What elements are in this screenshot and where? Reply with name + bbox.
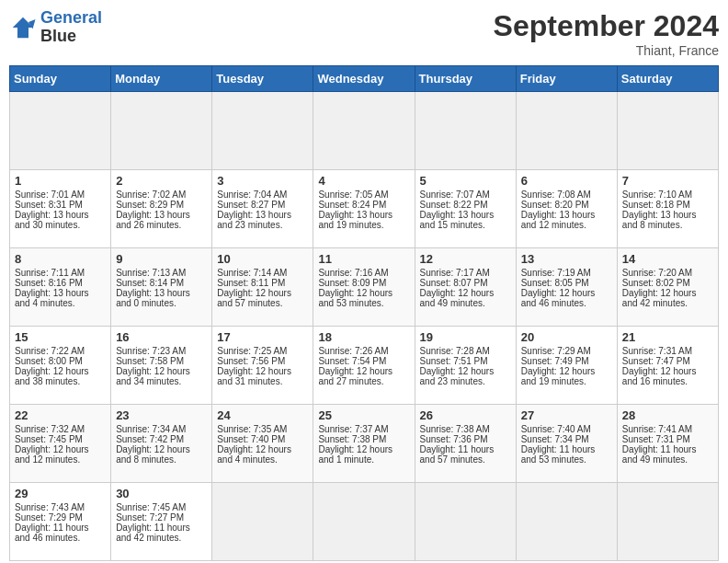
day-number: 28 [622,408,713,422]
calendar-cell: 29Sunrise: 7:43 AMSunset: 7:29 PMDayligh… [10,483,111,561]
day-number: 23 [116,408,207,422]
day-info-line: Sunset: 7:31 PM [622,434,713,444]
day-number: 12 [420,252,511,266]
header-row: SundayMondayTuesdayWednesdayThursdayFrid… [10,66,719,92]
calendar-cell: 25Sunrise: 7:37 AMSunset: 7:38 PMDayligh… [313,405,415,483]
day-info-line: Sunset: 8:07 PM [420,278,511,288]
day-info-line: Sunrise: 7:29 AM [521,346,612,356]
calendar-cell: 15Sunrise: 7:22 AMSunset: 8:00 PMDayligh… [10,327,111,405]
day-info-line: Sunrise: 7:35 AM [217,424,308,434]
day-info-line: Sunset: 8:02 PM [622,278,713,288]
day-number: 7 [622,174,713,188]
day-info-line: Daylight: 11 hours [15,523,106,533]
day-info-line: Sunset: 7:29 PM [15,512,106,523]
day-number: 25 [318,408,409,422]
day-info-line: Daylight: 12 hours [15,444,106,454]
day-info-line: and 57 minutes. [217,298,308,308]
day-info-line: Daylight: 13 hours [15,210,106,220]
day-info-line: Sunset: 7:47 PM [622,356,713,366]
col-header-wednesday: Wednesday [313,66,415,92]
day-info-line: Sunrise: 7:08 AM [521,190,612,200]
calendar-cell: 30Sunrise: 7:45 AMSunset: 7:27 PMDayligh… [111,483,212,561]
day-info-line: Daylight: 12 hours [217,366,308,376]
day-info-line: Daylight: 12 hours [116,366,207,376]
day-info-line: Daylight: 12 hours [217,288,308,298]
day-number: 24 [217,408,308,422]
day-info-line: Sunrise: 7:13 AM [116,268,207,278]
day-info-line: Sunset: 7:27 PM [116,512,207,523]
calendar-cell [516,92,617,170]
day-number: 10 [217,252,308,266]
day-info-line: Sunrise: 7:25 AM [217,346,308,356]
day-info-line: Sunset: 7:45 PM [15,434,106,444]
title-block: September 2024 Thiant, France [494,9,719,58]
day-info-line: Daylight: 13 hours [15,288,106,298]
day-info-line: Sunset: 8:16 PM [15,278,106,288]
calendar-cell: 24Sunrise: 7:35 AMSunset: 7:40 PMDayligh… [212,405,313,483]
day-info-line: and 4 minutes. [217,454,308,465]
day-info-line: Daylight: 12 hours [318,366,409,376]
day-info-line: and 1 minute. [318,454,409,465]
day-info-line: Daylight: 12 hours [420,366,511,376]
calendar-cell: 13Sunrise: 7:19 AMSunset: 8:05 PMDayligh… [516,248,617,327]
day-info-line: Sunset: 7:56 PM [217,356,308,366]
calendar-cell: 5Sunrise: 7:07 AMSunset: 8:22 PMDaylight… [415,170,516,248]
day-info-line: Sunset: 7:54 PM [318,356,409,366]
day-info-line: Sunrise: 7:11 AM [15,268,106,278]
day-number: 29 [15,487,106,500]
calendar-cell: 4Sunrise: 7:05 AMSunset: 8:24 PMDaylight… [313,170,415,248]
day-info-line: Sunset: 7:49 PM [521,356,612,366]
calendar-week: 8Sunrise: 7:11 AMSunset: 8:16 PMDaylight… [10,248,719,327]
calendar-cell: 12Sunrise: 7:17 AMSunset: 8:07 PMDayligh… [415,248,516,327]
day-info-line: Daylight: 12 hours [521,366,612,376]
day-info-line: Sunset: 7:36 PM [420,434,511,444]
day-info-line: Daylight: 13 hours [318,210,409,220]
calendar-week: 29Sunrise: 7:43 AMSunset: 7:29 PMDayligh… [10,483,719,561]
day-info-line: Sunset: 8:18 PM [622,200,713,210]
day-number: 26 [420,408,511,422]
calendar-cell: 22Sunrise: 7:32 AMSunset: 7:45 PMDayligh… [10,405,111,483]
calendar-cell: 6Sunrise: 7:08 AMSunset: 8:20 PMDaylight… [516,170,617,248]
day-info-line: Sunrise: 7:26 AM [318,346,409,356]
calendar-cell [313,92,415,170]
day-info-line: Daylight: 11 hours [521,444,612,454]
logo-general: General [40,8,102,27]
col-header-saturday: Saturday [617,66,718,92]
day-info-line: Sunset: 7:34 PM [521,434,612,444]
day-info-line: Daylight: 12 hours [521,288,612,298]
calendar-cell: 2Sunrise: 7:02 AMSunset: 8:29 PMDaylight… [111,170,212,248]
col-header-thursday: Thursday [415,66,516,92]
day-info-line: Sunrise: 7:19 AM [521,268,612,278]
calendar-week: 15Sunrise: 7:22 AMSunset: 8:00 PMDayligh… [10,327,719,405]
day-info-line: Daylight: 11 hours [622,444,713,454]
day-number: 27 [521,408,612,422]
day-info-line: and 19 minutes. [318,220,409,230]
day-info-line: Daylight: 13 hours [116,288,207,298]
day-info-line: Sunrise: 7:32 AM [15,424,106,434]
col-header-friday: Friday [516,66,617,92]
day-info-line: Sunrise: 7:28 AM [420,346,511,356]
day-number: 19 [420,330,511,344]
day-number: 5 [420,174,511,188]
calendar-cell: 18Sunrise: 7:26 AMSunset: 7:54 PMDayligh… [313,327,415,405]
day-info-line: Daylight: 13 hours [420,210,511,220]
day-info-line: Sunset: 8:29 PM [116,200,207,210]
day-info-line: and 8 minutes. [116,454,207,465]
day-info-line: and 26 minutes. [116,220,207,230]
day-info-line: Daylight: 12 hours [420,288,511,298]
day-info-line: Sunrise: 7:22 AM [15,346,106,356]
day-info-line: Daylight: 13 hours [116,210,207,220]
day-info-line: Sunset: 8:20 PM [521,200,612,210]
day-info-line: Daylight: 11 hours [420,444,511,454]
day-number: 22 [15,408,106,422]
day-info-line: and 30 minutes. [15,220,106,230]
day-info-line: Sunset: 8:22 PM [420,200,511,210]
day-number: 3 [217,174,308,188]
calendar-cell: 17Sunrise: 7:25 AMSunset: 7:56 PMDayligh… [212,327,313,405]
day-info-line: and 49 minutes. [622,454,713,465]
day-info-line: and 53 minutes. [318,298,409,308]
day-info-line: Daylight: 12 hours [116,444,207,454]
day-info-line: Sunset: 8:09 PM [318,278,409,288]
day-info-line: and 46 minutes. [521,298,612,308]
page-header: General Blue September 2024 Thiant, Fran… [9,9,719,58]
